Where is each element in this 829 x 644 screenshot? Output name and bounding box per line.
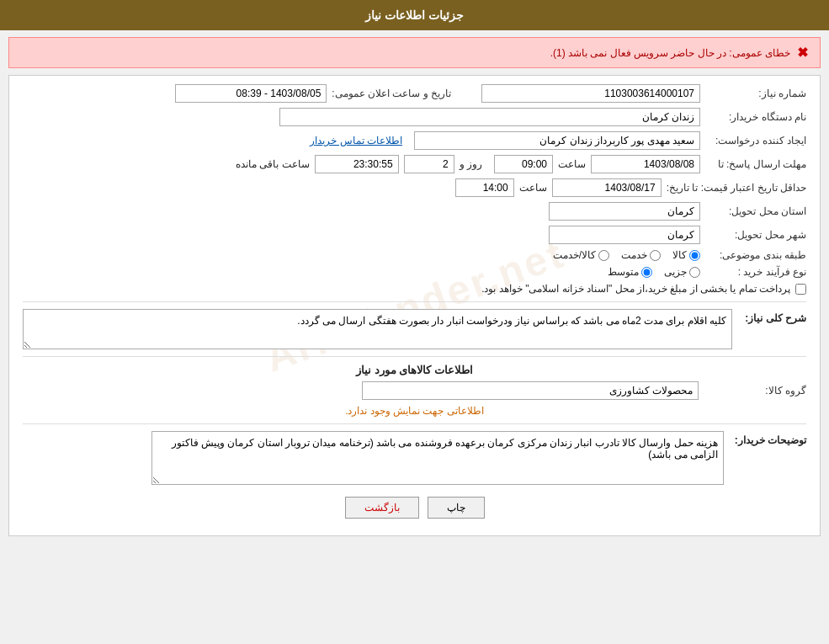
sharh-textarea[interactable] (23, 309, 732, 349)
ostanTahvil-label: استان محل تحویل: (705, 205, 806, 217)
error-message: خطای عمومی: در حال حاضر سرویس فعال نمی ب… (550, 47, 790, 59)
namDastgah-input[interactable] (279, 108, 700, 126)
mohlat-date-input[interactable] (591, 155, 700, 173)
ijad-label: ایجاد کننده درخواست: (705, 135, 806, 146)
main-card: AriaTender.net شماره نیاز: تاریخ و ساعت … (8, 75, 821, 536)
shomareNiaz-label: شماره نیاز: (705, 88, 806, 99)
row-ijad: ایجاد کننده درخواست: اطلاعات تماس خریدار (23, 131, 806, 150)
tabaghebandi-kala-label: کالا (672, 249, 687, 261)
tabaghebandi-kalaKhedmat-label: کالا/خدمت (553, 249, 596, 261)
row-sharh: شرح کلی نیاز: (23, 309, 806, 349)
ostanTahvil-input[interactable] (549, 202, 700, 221)
mohlat-saatBaqi-input[interactable] (315, 155, 399, 173)
page-title: جزئیات اطلاعات نیاز (365, 8, 464, 22)
noeFarayand-motavaset-label: متوسط (608, 266, 639, 278)
error-icon: ✖ (797, 45, 808, 61)
noInfo-msg: اطلاعاتی جهت نمایش وجود ندارد. (23, 405, 806, 417)
roz-label: روز و (460, 158, 482, 170)
groupKala-label: گروه کالا: (705, 385, 806, 397)
hadaqal-time-input[interactable] (455, 178, 514, 197)
pardakht-checkbox-row: پرداخت تمام یا بخشی از مبلغ خرید،از محل … (481, 283, 806, 295)
groupKala-input[interactable] (362, 381, 699, 400)
noeFarayand-jezee-option[interactable]: جزیی (664, 266, 700, 278)
tazihaat-label: توضیحات خریدار: (731, 431, 806, 446)
row-noeFarayand: نوع فرآیند خرید : جزیی متوسط (23, 266, 806, 278)
tabaghebandi-khedmat-radio[interactable] (650, 250, 661, 261)
row-pardakht: پرداخت تمام یا بخشی از مبلغ خرید،از محل … (23, 283, 806, 295)
tabaghebandi-kalaKhedmat-radio[interactable] (598, 250, 609, 261)
mohlat-time-input[interactable] (494, 155, 553, 173)
sharh-label: شرح کلی نیاز: (739, 309, 806, 324)
noeFarayand-radio-group: جزیی متوسط (608, 266, 700, 278)
tabaghebandi-kala-radio[interactable] (689, 250, 700, 261)
noeFarayand-motavaset-radio[interactable] (641, 267, 652, 278)
hadaqal-label: حداقل تاریخ اعتبار قیمت: تا تاریخ: (667, 182, 806, 194)
row-tazihaat: توضیحات خریدار: (23, 431, 806, 485)
shomareNiaz-input[interactable] (481, 84, 700, 103)
print-button[interactable]: چاپ (428, 497, 485, 519)
tabaghebandi-label: طبقه بندی موضوعی: (705, 249, 806, 261)
tabaghebandi-khedmat-option[interactable]: خدمت (621, 249, 661, 261)
tarikh-input[interactable] (175, 84, 327, 103)
mohlat-label: مهلت ارسال پاسخ: تا (705, 158, 806, 170)
row-shahrTahvil: شهر محل تحویل: (23, 226, 806, 244)
tabaghebandi-radio-group: کالا خدمت کالا/خدمت (553, 249, 700, 261)
hadaqal-date-input[interactable] (552, 178, 662, 197)
noeFarayand-jezee-radio[interactable] (689, 267, 700, 278)
ijad-input[interactable] (414, 131, 700, 150)
pardakht-checkbox[interactable] (795, 284, 806, 295)
row-groupKala: گروه کالا: (23, 381, 806, 400)
tabaghebandi-kala-option[interactable]: کالا (672, 249, 700, 261)
row-hadaqal: حداقل تاریخ اعتبار قیمت: تا تاریخ: ساعت (23, 178, 806, 197)
row-ostanTahvil: استان محل تحویل: (23, 202, 806, 221)
row-namDastgah: نام دستگاه خریدار: (23, 108, 806, 126)
page-header: جزئیات اطلاعات نیاز (0, 0, 829, 30)
back-button[interactable]: بازگشت (345, 497, 419, 519)
saatBaqi-label: ساعت باقی مانده (236, 158, 310, 170)
shahrTahvil-input[interactable] (549, 226, 700, 244)
shahrTahvil-label: شهر محل تحویل: (705, 229, 806, 241)
divider-1 (23, 301, 806, 302)
kalaInfo-title: اطلاعات کالاهای مورد نیاز (23, 364, 806, 376)
row-tabaghebandi: طبقه بندی موضوعی: کالا خدمت کالا/خدمت (23, 249, 806, 261)
hadaqal-saat-label: ساعت (519, 182, 547, 194)
noeFarayand-label: نوع فرآیند خرید : (705, 266, 806, 278)
row-shomareNiaz: شماره نیاز: تاریخ و ساعت اعلان عمومی: (23, 84, 806, 103)
row-mohlat: مهلت ارسال پاسخ: تا ساعت روز و ساعت باقی… (23, 155, 806, 173)
buttons-row: چاپ بازگشت (23, 497, 806, 527)
namDastgah-label: نام دستگاه خریدار: (705, 111, 806, 123)
mohlat-roz-input[interactable] (404, 155, 454, 173)
pardakht-label: پرداخت تمام یا بخشی از مبلغ خرید،از محل … (481, 283, 790, 295)
tabaghebandi-kalaKhedmat-option[interactable]: کالا/خدمت (553, 249, 609, 261)
tarikh-label: تاریخ و ساعت اعلان عمومی: (332, 88, 451, 99)
divider-2 (23, 356, 806, 357)
divider-3 (23, 423, 806, 424)
noeFarayand-motavaset-option[interactable]: متوسط (608, 266, 652, 278)
page-wrapper: جزئیات اطلاعات نیاز ✖ خطای عمومی: در حال… (0, 0, 829, 644)
noeFarayand-jezee-label: جزیی (664, 266, 687, 278)
form-content: شماره نیاز: تاریخ و ساعت اعلان عمومی: نا… (23, 84, 806, 527)
tazihaat-textarea[interactable] (151, 431, 724, 485)
ettelaat-link[interactable]: اطلاعات تماس خریدار (310, 135, 402, 146)
error-bar: ✖ خطای عمومی: در حال حاضر سرویس فعال نمی… (8, 37, 821, 68)
saat-label: ساعت (558, 158, 586, 170)
tabaghebandi-khedmat-label: خدمت (621, 249, 647, 261)
content-area: AriaTender.net شماره نیاز: تاریخ و ساعت … (23, 84, 806, 527)
